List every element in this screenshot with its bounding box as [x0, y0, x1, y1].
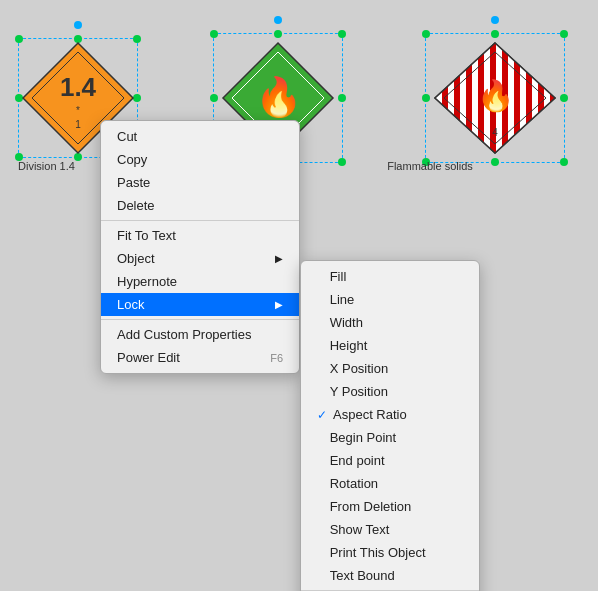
lock-height[interactable]: Height: [301, 334, 479, 357]
lock-fill[interactable]: Fill: [301, 265, 479, 288]
sign3-dot-mb[interactable]: [491, 158, 499, 166]
show-text-check: [317, 523, 324, 537]
fill-check: [317, 270, 324, 284]
object-arrow-icon: ▶: [275, 253, 283, 264]
end-point-check: [317, 454, 324, 468]
lock-begin-point[interactable]: Begin Point: [301, 426, 479, 449]
menu-paste[interactable]: Paste: [101, 171, 299, 194]
menu-cut[interactable]: Cut: [101, 125, 299, 148]
svg-text:🔥: 🔥: [477, 78, 515, 114]
sign3-dot-mr[interactable]: [560, 94, 568, 102]
lock-y-position[interactable]: Y Position: [301, 380, 479, 403]
context-menu: Cut Copy Paste Delete Fit To Text Object…: [100, 120, 300, 374]
svg-text:4: 4: [492, 127, 498, 138]
canvas: 1.4 * 1 Division 1.4 🔥 Flammable gases: [0, 0, 598, 591]
menu-fit-to-text[interactable]: Fit To Text: [101, 224, 299, 247]
lock-end-point[interactable]: End point: [301, 449, 479, 472]
sign1-rotate-handle[interactable]: [74, 21, 82, 29]
lock-text-bound[interactable]: Text Bound: [301, 564, 479, 587]
sign3-svg: 🔥 4: [430, 38, 560, 158]
sign3-label: Flammable solids: [387, 160, 473, 172]
menu-divider-1: [101, 220, 299, 221]
sign3-rotate-handle[interactable]: [491, 16, 499, 24]
lock-line[interactable]: Line: [301, 288, 479, 311]
menu-divider-2: [101, 319, 299, 320]
svg-text:1: 1: [75, 119, 81, 130]
lock-aspect-ratio[interactable]: ✓ Aspect Ratio: [301, 403, 479, 426]
lock-x-position[interactable]: X Position: [301, 357, 479, 380]
menu-add-custom[interactable]: Add Custom Properties: [101, 323, 299, 346]
sign2-dot-tl[interactable]: [210, 30, 218, 38]
print-check: [317, 546, 324, 560]
line-check: [317, 293, 324, 307]
width-check: [317, 316, 324, 330]
sign3-dot-tr[interactable]: [560, 30, 568, 38]
menu-delete[interactable]: Delete: [101, 194, 299, 217]
lock-submenu: Fill Line Width Height X Position Y Posi…: [300, 260, 480, 591]
sign2-rotate-handle[interactable]: [274, 16, 282, 24]
lock-arrow-icon: ▶: [275, 299, 283, 310]
lock-print-this-object[interactable]: Print This Object: [301, 541, 479, 564]
from-deletion-check: [317, 500, 324, 514]
sign3-dot-tl[interactable]: [422, 30, 430, 38]
lock-rotation[interactable]: Rotation: [301, 472, 479, 495]
text-bound-check: [317, 569, 324, 583]
lock-width[interactable]: Width: [301, 311, 479, 334]
aspect-ratio-check: ✓: [317, 408, 327, 422]
svg-text:🔥: 🔥: [255, 74, 303, 120]
menu-hypernote[interactable]: Hypernote: [101, 270, 299, 293]
lock-show-text[interactable]: Show Text: [301, 518, 479, 541]
svg-text:*: *: [76, 105, 80, 116]
sign3-dot-br[interactable]: [560, 158, 568, 166]
height-check: [317, 339, 324, 353]
menu-lock[interactable]: Lock ▶: [101, 293, 299, 316]
svg-text:1.4: 1.4: [60, 72, 97, 102]
x-pos-check: [317, 362, 324, 376]
lock-from-deletion[interactable]: From Deletion: [301, 495, 479, 518]
menu-power-edit[interactable]: Power Edit F6: [101, 346, 299, 369]
begin-point-check: [317, 431, 324, 445]
sign2-dot-mt[interactable]: [274, 30, 282, 38]
rotation-check: [317, 477, 324, 491]
sign3-dot-mt[interactable]: [491, 30, 499, 38]
power-edit-shortcut: F6: [270, 352, 283, 364]
menu-copy[interactable]: Copy: [101, 148, 299, 171]
sign3-dot-ml[interactable]: [422, 94, 430, 102]
sign2-dot-tr[interactable]: [338, 30, 346, 38]
sign2-dot-ml[interactable]: [210, 94, 218, 102]
sign2-dot-br[interactable]: [338, 158, 346, 166]
menu-object[interactable]: Object ▶: [101, 247, 299, 270]
sign2-dot-mr[interactable]: [338, 94, 346, 102]
y-pos-check: [317, 385, 324, 399]
sign1-label: Division 1.4: [18, 160, 75, 172]
